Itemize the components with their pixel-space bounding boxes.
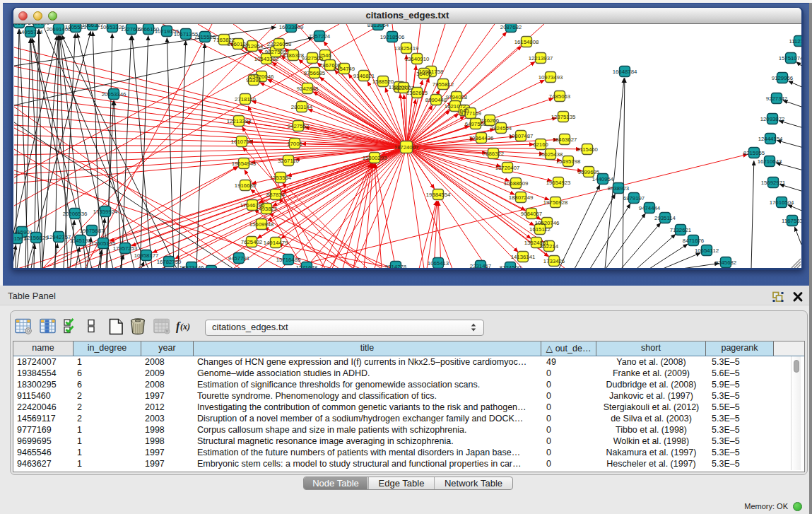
svg-text:9129966: 9129966 bbox=[772, 75, 793, 81]
svg-text:19975887: 19975887 bbox=[80, 228, 105, 234]
svg-text:14914479: 14914479 bbox=[264, 240, 288, 246]
svg-text:19218506: 19218506 bbox=[380, 34, 405, 40]
svg-text:8186328: 8186328 bbox=[283, 52, 304, 59]
svg-text:2718110: 2718110 bbox=[235, 96, 256, 103]
svg-text:15692971: 15692971 bbox=[761, 180, 786, 186]
svg-text:16648784: 16648784 bbox=[613, 69, 637, 75]
svg-text:62160: 62160 bbox=[533, 141, 548, 148]
svg-text:1065413: 1065413 bbox=[428, 260, 449, 267]
svg-text:2087682: 2087682 bbox=[500, 24, 522, 30]
svg-text:9227342: 9227342 bbox=[766, 95, 787, 102]
svg-text:12213937: 12213937 bbox=[529, 55, 553, 62]
svg-text:18724007: 18724007 bbox=[394, 144, 419, 151]
svg-text:1292344: 1292344 bbox=[201, 268, 223, 269]
svg-text:9699695: 9699695 bbox=[578, 169, 600, 175]
svg-text:14055724: 14055724 bbox=[18, 29, 43, 35]
svg-text:10543382: 10543382 bbox=[254, 56, 279, 62]
svg-text:12444154: 12444154 bbox=[758, 136, 783, 142]
svg-text:852214: 852214 bbox=[540, 243, 559, 250]
svg-text:2546: 2546 bbox=[319, 52, 331, 59]
svg-text:1353554: 1353554 bbox=[270, 175, 292, 181]
svg-text:19654923: 19654923 bbox=[546, 180, 571, 186]
svg-text:15716485: 15716485 bbox=[276, 257, 301, 263]
svg-text:8756685: 8756685 bbox=[304, 70, 326, 76]
svg-text:1733426: 1733426 bbox=[543, 258, 565, 264]
svg-text:16154808: 16154808 bbox=[514, 39, 539, 45]
svg-text:3824554: 3824554 bbox=[490, 125, 512, 132]
svg-text:17359924: 17359924 bbox=[93, 209, 118, 215]
svg-text:93391: 93391 bbox=[246, 77, 261, 83]
svg-text:17006: 17006 bbox=[287, 141, 302, 147]
svg-text:9146821: 9146821 bbox=[353, 73, 375, 79]
svg-text:18807249: 18807249 bbox=[509, 194, 534, 201]
svg-text:16782759: 16782759 bbox=[157, 259, 182, 265]
svg-text:20364436: 20364436 bbox=[469, 135, 494, 141]
svg-text:1010755: 1010755 bbox=[231, 139, 253, 145]
svg-text:12375135: 12375135 bbox=[551, 114, 576, 120]
svg-text:13640910: 13640910 bbox=[405, 56, 430, 62]
svg-text:9794028: 9794028 bbox=[446, 94, 467, 100]
svg-text:13325419: 13325419 bbox=[394, 45, 419, 52]
svg-text:14136141: 14136141 bbox=[511, 254, 536, 260]
svg-text:10025438: 10025438 bbox=[539, 151, 563, 158]
svg-text:18463627: 18463627 bbox=[553, 136, 577, 143]
svg-text:19654945: 19654945 bbox=[232, 160, 257, 167]
svg-text:15300293: 15300293 bbox=[363, 155, 387, 161]
svg-text:17016504: 17016504 bbox=[770, 199, 794, 206]
svg-text:1916685: 1916685 bbox=[235, 182, 257, 189]
svg-text:6879197: 6879197 bbox=[623, 195, 645, 201]
svg-text:9427552: 9427552 bbox=[288, 123, 309, 129]
svg-text:7357224: 7357224 bbox=[309, 33, 331, 40]
svg-text:12213383: 12213383 bbox=[227, 118, 252, 124]
svg-text:12942757: 12942757 bbox=[47, 234, 71, 240]
svg-text:3822037: 3822037 bbox=[393, 85, 414, 91]
svg-text:2231457: 2231457 bbox=[470, 263, 491, 269]
svg-text:19384554: 19384554 bbox=[426, 192, 451, 198]
svg-text:15751074: 15751074 bbox=[779, 55, 801, 62]
svg-text:8912954: 8912954 bbox=[242, 43, 264, 49]
svg-text:8813054: 8813054 bbox=[367, 24, 389, 28]
svg-text:7955812: 7955812 bbox=[433, 81, 454, 88]
svg-text:15609948: 15609948 bbox=[249, 221, 274, 228]
svg-text:10958177: 10958177 bbox=[134, 252, 159, 259]
svg-text:9084067: 9084067 bbox=[521, 211, 542, 217]
svg-text:2935114: 2935114 bbox=[654, 215, 676, 221]
svg-text:7485063: 7485063 bbox=[549, 93, 570, 100]
svg-text:7132621: 7132621 bbox=[670, 227, 691, 233]
svg-text:12093872: 12093872 bbox=[760, 116, 785, 122]
svg-text:9514278: 9514278 bbox=[385, 264, 406, 269]
svg-text:8938923: 8938923 bbox=[608, 185, 629, 192]
svg-text:746266: 746266 bbox=[481, 117, 499, 124]
svg-text:1571648: 1571648 bbox=[296, 264, 317, 269]
svg-text:887834: 887834 bbox=[266, 192, 286, 198]
svg-text:1440954: 1440954 bbox=[592, 176, 614, 182]
svg-text:16033809: 16033809 bbox=[279, 24, 304, 30]
svg-text:12156829: 12156829 bbox=[24, 235, 49, 241]
svg-text:15720407: 15720407 bbox=[495, 165, 520, 171]
svg-text:16210643: 16210643 bbox=[758, 158, 782, 165]
svg-text:9242848: 9242848 bbox=[297, 86, 318, 92]
svg-text:36406: 36406 bbox=[416, 71, 432, 77]
svg-text:10654112: 10654112 bbox=[695, 247, 719, 254]
svg-text:17957253: 17957253 bbox=[113, 245, 138, 252]
svg-text:20053346: 20053346 bbox=[102, 91, 126, 98]
svg-text:7625402: 7625402 bbox=[241, 239, 262, 245]
svg-text:9245682: 9245682 bbox=[715, 259, 736, 266]
svg-text:(x): (x) bbox=[180, 322, 190, 332]
svg-text:10520746: 10520746 bbox=[535, 220, 560, 226]
svg-text:8990448: 8990448 bbox=[425, 97, 447, 103]
svg-text:9777169: 9777169 bbox=[460, 110, 481, 117]
svg-text:1493822: 1493822 bbox=[256, 206, 277, 212]
svg-text:7886322: 7886322 bbox=[483, 151, 504, 157]
svg-text:9115460: 9115460 bbox=[577, 146, 598, 153]
svg-text:9457791: 9457791 bbox=[228, 255, 249, 262]
svg-text:3267110: 3267110 bbox=[278, 158, 299, 164]
svg-text:8124500: 8124500 bbox=[500, 264, 522, 269]
svg-text:1112753: 1112753 bbox=[789, 38, 801, 45]
svg-text:15495798: 15495798 bbox=[556, 158, 581, 165]
svg-text:8454749: 8454749 bbox=[334, 66, 355, 72]
svg-text:10688609: 10688609 bbox=[504, 180, 529, 187]
svg-text:8471676: 8471676 bbox=[683, 238, 704, 244]
svg-text:23226058: 23226058 bbox=[267, 41, 292, 47]
svg-text:1145193: 1145193 bbox=[70, 238, 91, 244]
